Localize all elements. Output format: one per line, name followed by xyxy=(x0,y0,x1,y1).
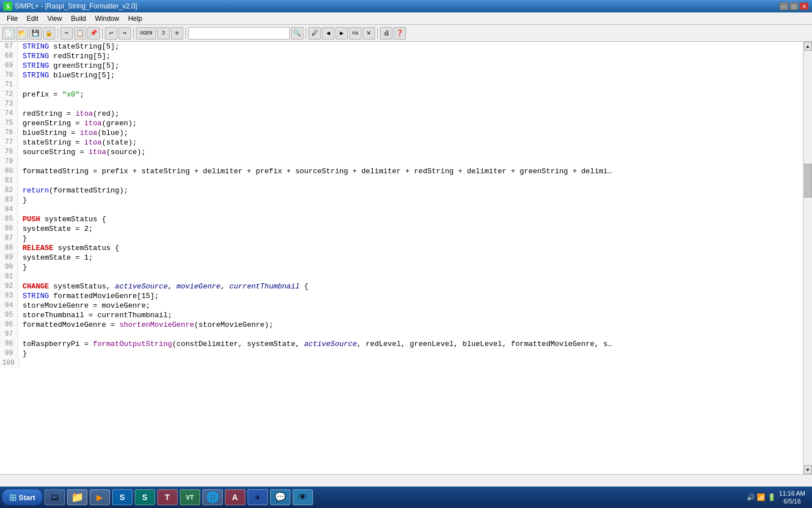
maximize-button[interactable]: □ xyxy=(789,2,798,10)
line-number: 74 xyxy=(0,109,18,119)
menu-help[interactable]: Help xyxy=(123,14,147,24)
close-button[interactable]: ✕ xyxy=(800,2,809,10)
line-number: 86 xyxy=(0,224,18,234)
code-line: 77 stateString = itoa(state); xyxy=(0,138,803,147)
menu-view[interactable]: View xyxy=(43,14,67,24)
line-number: 95 xyxy=(0,310,18,320)
taskbar-eye[interactable]: 👁 xyxy=(293,489,313,505)
line-number: 93 xyxy=(0,291,18,301)
open-button[interactable]: 📂 xyxy=(16,27,28,40)
line-number: 83 xyxy=(0,195,18,205)
line-number: 71 xyxy=(0,80,18,90)
line-number: 96 xyxy=(0,320,18,330)
menu-file[interactable]: File xyxy=(2,14,22,24)
system-tray: 🔊 📶 🔋 11:16 AM 6/5/16 xyxy=(742,489,810,505)
toolbar-sep6 xyxy=(377,28,378,39)
start-button[interactable]: ⊞ Start xyxy=(2,489,42,505)
taskbar-t[interactable]: T xyxy=(157,489,178,505)
vertical-scrollbar[interactable]: ▲ ▼ xyxy=(803,42,812,474)
search-button[interactable]: 🔍 xyxy=(291,27,303,40)
line-number: 100 xyxy=(0,358,20,368)
code-line: 92CHANGE systemStatus, activeSource, mov… xyxy=(0,282,803,291)
taskbar-plane[interactable]: ✈ xyxy=(248,489,268,505)
code-line: 99} xyxy=(0,349,803,358)
taskbar-skype1[interactable]: S xyxy=(112,489,133,505)
menu-bar: File Edit View Build Window Help xyxy=(0,12,812,25)
tray-time: 11:16 AM xyxy=(779,489,805,497)
toolbar-sep5 xyxy=(306,28,306,39)
line-number: 99 xyxy=(0,349,18,358)
redo-button[interactable]: ↪ xyxy=(118,27,131,40)
code-line: 100 xyxy=(0,358,803,368)
line-content xyxy=(18,205,23,214)
help-button[interactable]: ❓ xyxy=(394,27,406,40)
taskbar: ⊞ Start 🗂 📁 ▶ S S T VT 🌐 A ✈ xyxy=(0,487,812,508)
code-line: 79 xyxy=(0,157,803,167)
taskbar-media[interactable]: ▶ xyxy=(90,489,110,505)
taskbar-explorer[interactable]: 📁 xyxy=(67,489,87,505)
highlight-button[interactable]: 🖊 xyxy=(308,27,321,40)
line-content: STRING stateString[5]; xyxy=(18,42,120,51)
menu-edit[interactable]: Edit xyxy=(22,14,43,24)
code-line: 93 STRING formattedMovieGenre[15]; xyxy=(0,291,803,301)
title-bar: S SIMPL+ - [Raspi_String_Formatter_v2.0]… xyxy=(0,0,812,12)
line-number: 92 xyxy=(0,282,18,291)
find-prev-button[interactable]: ◀ xyxy=(322,27,334,40)
code-line: 78 sourceString = itoa(source); xyxy=(0,147,803,157)
find-next-button[interactable]: ▶ xyxy=(336,27,348,40)
line-number: 82 xyxy=(0,186,18,195)
code-line: 86 systemState = 2; xyxy=(0,224,803,234)
paste-button[interactable]: 📌 xyxy=(87,27,100,40)
line-content: storeThumbnail = currentThumbnail; xyxy=(18,310,172,320)
new-button[interactable]: 📄 xyxy=(2,27,15,40)
taskbar-chrome[interactable]: 🌐 xyxy=(202,489,223,505)
code-line: 97 xyxy=(0,330,803,339)
code-area[interactable]: 67STRING stateString[5];68STRING redStri… xyxy=(0,42,803,474)
line-content: greenString = itoa(green); xyxy=(18,119,137,128)
line-number: 67 xyxy=(0,42,18,51)
line-content: formattedMovieGenre = shortenMovieGenre(… xyxy=(18,320,273,330)
taskbar-chat[interactable]: 💬 xyxy=(270,489,290,505)
tray-icons[interactable]: 🔊 📶 🔋 xyxy=(747,493,776,501)
print-button[interactable]: 🖨 xyxy=(380,27,392,40)
cut-button[interactable]: ✂ xyxy=(60,27,73,40)
undo-button[interactable]: ↩ xyxy=(105,27,117,40)
minimize-button[interactable]: ─ xyxy=(779,2,788,10)
line-number: 77 xyxy=(0,138,18,147)
line-content xyxy=(20,358,24,368)
tray-date: 6/5/16 xyxy=(779,497,805,505)
btn-extra[interactable]: ⚙ xyxy=(171,27,183,40)
taskbar-skype2[interactable]: S xyxy=(135,489,155,505)
save-button[interactable]: 💾 xyxy=(29,27,42,40)
line-number: 98 xyxy=(0,339,18,349)
line-content: systemState = 1; xyxy=(18,253,93,262)
line-number: 90 xyxy=(0,262,18,272)
show-desktop-button[interactable]: 🗂 xyxy=(45,489,65,505)
xgen-button[interactable]: XGEN xyxy=(136,27,156,40)
line-content: STRING formattedMovieGenre[15]; xyxy=(18,291,159,301)
menu-build[interactable]: Build xyxy=(67,14,91,24)
code-line: 68STRING redString[5]; xyxy=(0,51,803,61)
line-content: sourceString = itoa(source); xyxy=(18,147,145,157)
taskbar-a[interactable]: A xyxy=(225,489,245,505)
menu-window[interactable]: Window xyxy=(91,14,124,24)
line-number: 69 xyxy=(0,61,18,71)
copy-button[interactable]: 📋 xyxy=(74,27,86,40)
match-word-button[interactable]: W xyxy=(363,27,375,40)
code-line: 72 prefix = "x0"; xyxy=(0,90,803,99)
code-line: 89 systemState = 1; xyxy=(0,253,803,262)
line-number: 78 xyxy=(0,147,18,157)
tray-clock: 11:16 AM 6/5/16 xyxy=(779,489,805,505)
line-content: PUSH systemStatus { xyxy=(18,214,106,224)
line-number: 89 xyxy=(0,253,18,262)
match-case-button[interactable]: Aa xyxy=(349,27,361,40)
taskbar-vt[interactable]: VT xyxy=(180,489,200,505)
line-content: STRING blueString[5]; xyxy=(18,71,115,80)
code-editor[interactable]: 67STRING stateString[5];68STRING redStri… xyxy=(0,42,812,474)
scrollbar-thumb[interactable] xyxy=(804,164,812,198)
btn-num[interactable]: 2 xyxy=(157,27,170,40)
line-number: 80 xyxy=(0,167,18,176)
lock-button[interactable]: 🔒 xyxy=(43,27,55,40)
search-input[interactable] xyxy=(188,27,290,40)
line-number: 70 xyxy=(0,71,18,80)
